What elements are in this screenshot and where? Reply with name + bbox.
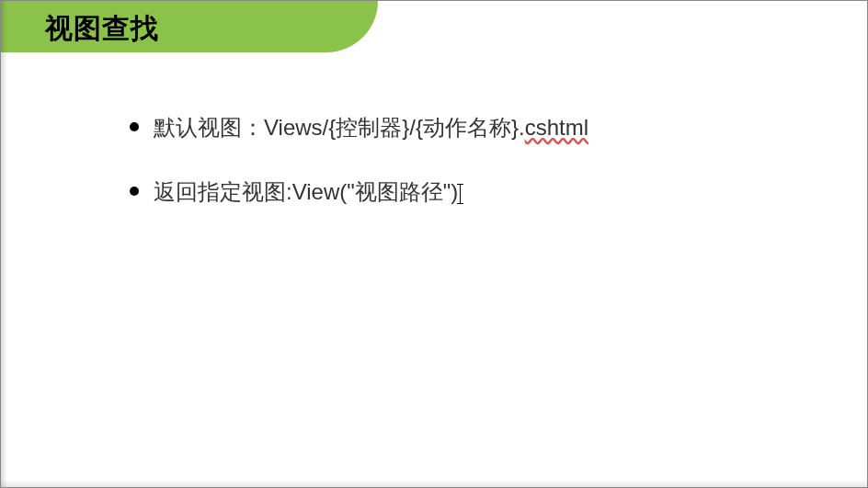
page-title: 视图查找 (45, 10, 159, 48)
bullet-prefix: 返回指定视图: (154, 179, 292, 204)
bullet-prefix: 默认视图： (154, 115, 264, 140)
content-area: 默认视图：Views/{控制器}/{动作名称}.cshtml 返回指定视图:Vi… (130, 111, 812, 240)
bullet-item: 默认视图：Views/{控制器}/{动作名称}.cshtml (130, 111, 812, 144)
bullet-body-before: View("视图路径") (292, 179, 459, 204)
bullet-dot-icon (130, 187, 139, 196)
bullet-text: 默认视图：Views/{控制器}/{动作名称}.cshtml (154, 111, 812, 144)
bullet-item: 返回指定视图:View("视图路径") (130, 176, 812, 209)
bottom-shadow (1, 480, 867, 487)
spellcheck-text: cshtml (525, 115, 588, 140)
text-cursor-icon (460, 184, 461, 204)
bullet-text: 返回指定视图:View("视图路径") (154, 176, 812, 209)
slide-container: 视图查找 默认视图：Views/{控制器}/{动作名称}.cshtml 返回指定… (0, 0, 868, 488)
bullet-dot-icon (130, 122, 139, 131)
bullet-body-before: Views/{控制器}/{动作名称}. (264, 115, 525, 140)
left-shadow (1, 1, 7, 487)
